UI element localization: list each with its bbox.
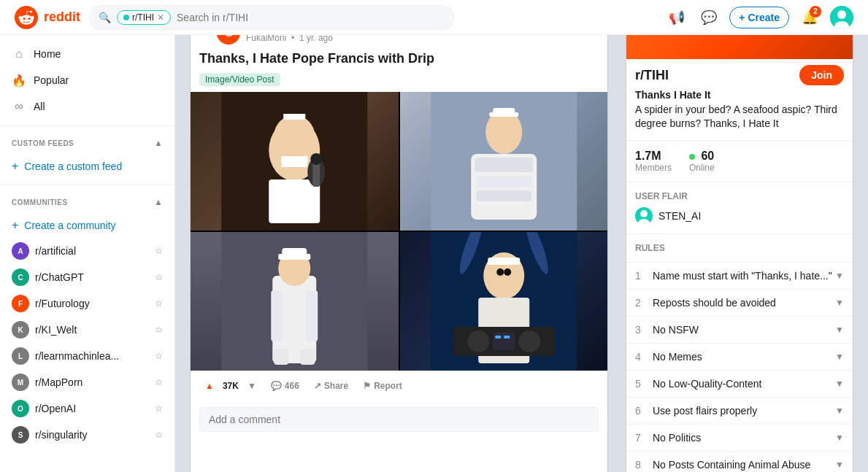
post-actions: ▲ 37K ▼ 💬 466 ↗ Share ⚑ Report: [191, 371, 607, 401]
join-button[interactable]: Join: [799, 65, 844, 85]
svg-rect-45: [504, 336, 510, 338]
search-close-icon[interactable]: ✕: [157, 12, 164, 23]
svg-rect-44: [495, 336, 501, 338]
search-input[interactable]: [177, 12, 445, 23]
community-star-openai[interactable]: ☆: [155, 403, 163, 414]
community-star-artificial[interactable]: ☆: [155, 246, 163, 256]
community-star-futurology[interactable]: ☆: [155, 298, 163, 309]
search-tag-dot: [123, 15, 129, 20]
rule-item-7[interactable]: 7 No Politics ▼: [626, 424, 853, 451]
share-icon: ↗: [314, 381, 321, 391]
comment-count: 466: [285, 381, 299, 391]
custom-feeds-section[interactable]: CUSTOM FEEDS ▲: [0, 132, 174, 154]
rules-section: RULES 1 Name must start with "Thanks, I …: [626, 233, 853, 472]
community-star-mapporn[interactable]: ☆: [155, 377, 163, 387]
rule-item-3[interactable]: 3 No NSFW ▼: [626, 316, 853, 343]
post-tag: Image/Video Post: [199, 73, 280, 86]
community-avatar-ki: K: [12, 321, 29, 338]
sidebar-popular-label: Popular: [34, 74, 69, 86]
rule-chevron-1: ▼: [835, 271, 844, 281]
rule-chevron-2: ▼: [835, 298, 844, 308]
rule-text-6: Use post flairs properly: [653, 405, 757, 417]
rule-left: 7 No Politics: [635, 432, 701, 444]
rule-item-6[interactable]: 6 Use post flairs properly ▼: [626, 397, 853, 424]
create-custom-feed-button[interactable]: + Create a custom feed: [0, 154, 174, 179]
create-button[interactable]: + Create: [729, 7, 789, 28]
report-button[interactable]: ⚑ Report: [357, 376, 408, 395]
community-left: A r/artificial: [12, 242, 76, 260]
sidebar-item-ki-welt[interactable]: K r/KI_Welt ☆: [0, 317, 174, 343]
search-tag[interactable]: r/TIHI ✕: [117, 10, 171, 25]
sidebar-all-label: All: [34, 101, 45, 112]
rule-left: 8 No Posts Containing Animal Abuse: [635, 459, 810, 471]
reddit-logo-icon: [15, 6, 38, 29]
sidebar-item-home[interactable]: ⌂ Home: [0, 41, 174, 67]
rule-number-5: 5: [635, 378, 647, 390]
share-button[interactable]: ↗ Share: [308, 376, 354, 395]
popular-icon: 🔥: [12, 73, 26, 88]
rule-chevron-6: ▼: [835, 406, 844, 416]
rule-number-4: 4: [635, 351, 647, 363]
left-sidebar: ⌂ Home 🔥 Popular ∞ All CUSTOM FEEDS ▲ + …: [0, 35, 175, 472]
post-title: Thanks, I Hate Pope Francis with Drip: [191, 50, 607, 73]
community-left: M r/MapPorn: [12, 374, 82, 391]
community-star-singularity[interactable]: ☆: [155, 430, 163, 440]
sidebar-item-artificial[interactable]: A r/artificial ☆: [0, 238, 174, 264]
rule-item-5[interactable]: 5 No Low-Quality-Content ▼: [626, 370, 853, 397]
rule-text-8: No Posts Containing Animal Abuse: [653, 459, 810, 471]
online-count: 60: [689, 150, 715, 163]
community-avatar-chatgpt: C: [12, 268, 29, 286]
post-image-1: [191, 92, 399, 231]
comment-input[interactable]: [199, 407, 599, 432]
rule-item-8[interactable]: 8 No Posts Containing Animal Abuse ▼: [626, 451, 853, 472]
user-avatar[interactable]: [830, 6, 853, 29]
notification-badge: 2: [810, 6, 821, 18]
community-star-ki[interactable]: ☆: [155, 325, 163, 335]
description-title: Thanks I Hate It: [635, 89, 710, 101]
notifications-button[interactable]: 🔔 2: [798, 6, 821, 29]
svg-rect-29: [274, 349, 288, 365]
custom-feeds-title: CUSTOM FEEDS: [12, 139, 74, 147]
sidebar-item-openai[interactable]: O r/OpenAI ☆: [0, 395, 174, 422]
downvote-button[interactable]: ▼: [242, 376, 262, 395]
chat-icon[interactable]: 💬: [697, 6, 721, 29]
rule-item-2[interactable]: 2 Reposts should be avoided ▼: [626, 289, 853, 316]
community-name-learnml: r/learnmachinlea...: [35, 350, 119, 362]
comments-button[interactable]: 💬 466: [265, 376, 305, 395]
rule-item-1[interactable]: 1 Name must start with "Thanks, I hate..…: [626, 262, 853, 289]
sidebar-item-chatgpt[interactable]: C r/ChatGPT ☆: [0, 264, 174, 290]
search-tag-label: r/TIHI: [132, 12, 154, 23]
sidebar-item-mapporn[interactable]: M r/MapPorn ☆: [0, 369, 174, 395]
advertise-icon[interactable]: 📢: [665, 6, 688, 29]
community-name-openai: r/OpenAI: [35, 403, 76, 414]
community-star-learnml[interactable]: ☆: [155, 351, 163, 361]
create-custom-feed-label: Create a custom feed: [24, 160, 122, 172]
all-icon: ∞: [12, 99, 26, 114]
rule-item-4[interactable]: 4 No Memes ▼: [626, 343, 853, 370]
subreddit-description: Thanks I Hate It A spider in your bed? A…: [626, 88, 853, 140]
sidebar-item-singularity[interactable]: S r/singularity ☆: [0, 422, 174, 448]
sidebar-divider-2: [0, 185, 174, 185]
create-community-button[interactable]: + Create a community: [0, 213, 174, 238]
svg-rect-23: [493, 108, 515, 115]
sidebar-item-futurology[interactable]: F r/Futurology ☆: [0, 290, 174, 317]
rule-number-2: 2: [635, 297, 647, 309]
online-stat: 60 Online: [689, 150, 715, 173]
svg-rect-32: [306, 290, 318, 341]
sidebar-item-learnml[interactable]: L r/learnmachinlea... ☆: [0, 343, 174, 369]
community-avatar-singularity: S: [12, 426, 29, 444]
community-star-chatgpt[interactable]: ☆: [155, 272, 163, 282]
communities-section[interactable]: COMMUNITIES ▲: [0, 191, 174, 213]
sidebar-home-label: Home: [34, 48, 61, 60]
flair-row: STEN_AI: [635, 207, 844, 225]
subreddit-stats: 1.7M Members 60 Online: [626, 140, 853, 182]
sidebar-item-popular[interactable]: 🔥 Popular: [0, 67, 174, 93]
sidebar-item-all[interactable]: ∞ All: [0, 93, 174, 120]
create-plus-icon: +: [739, 12, 745, 23]
logo[interactable]: reddit: [15, 6, 80, 29]
rule-left: 1 Name must start with "Thanks, I hate..…: [635, 270, 832, 282]
svg-rect-43: [493, 333, 515, 350]
members-count: 1.7M: [635, 150, 672, 163]
upvote-button[interactable]: ▲: [199, 376, 220, 395]
community-name-chatgpt: r/ChatGPT: [35, 271, 84, 283]
